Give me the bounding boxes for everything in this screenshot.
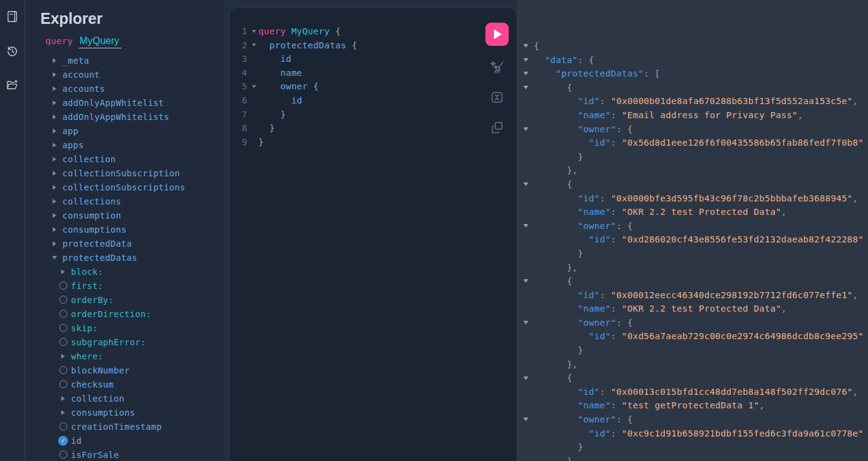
tree-label[interactable]: consumptions [61,225,127,234]
caret-down-icon[interactable] [48,256,61,260]
tree-label[interactable]: accounts [61,84,105,94]
fold-toggle-icon[interactable] [517,219,534,233]
radio-unchecked-icon[interactable] [57,422,69,430]
caret-right-icon[interactable] [48,114,61,119]
tree-label[interactable]: creationTimestamp [69,422,162,432]
tree-row[interactable]: protectedData [40,236,224,250]
tree-label[interactable]: app [61,126,78,136]
tree-label[interactable]: where: [69,351,103,361]
tree-row[interactable]: _meta [40,53,224,67]
tree-row[interactable]: creationTimestamp [40,419,224,433]
editor-line[interactable]: 6 id [234,94,517,108]
fold-toggle-icon[interactable] [517,39,534,53]
tree-row[interactable]: collection [40,391,224,405]
tree-label[interactable]: addOnlyAppWhitelist [61,98,164,108]
tree-label[interactable]: id [69,436,81,446]
radio-unchecked-icon[interactable] [57,338,69,346]
fold-toggle-icon[interactable] [517,413,534,427]
editor-line[interactable]: 7 } [234,108,517,122]
tree-row[interactable]: checksum [40,377,224,391]
tree-label[interactable]: addOnlyAppWhitelists [61,112,170,122]
fold-toggle-icon[interactable] [249,24,258,39]
tree-label[interactable]: subgraphError: [69,337,146,347]
tree-row[interactable]: app [40,124,224,138]
tree-label[interactable]: collectionSubscription [61,168,180,178]
caret-right-icon[interactable] [57,396,69,401]
editor-line[interactable]: 9} [234,135,517,149]
tree-row[interactable]: collections [40,194,224,208]
tree-row[interactable]: isForSale [40,448,224,461]
caret-right-icon[interactable] [48,185,61,190]
fold-toggle-icon[interactable] [517,53,534,67]
tree-row[interactable]: collectionSubscriptions [40,180,224,194]
tree-label[interactable]: block: [69,267,103,277]
tree-row[interactable]: blockNumber [40,363,224,377]
tree-row[interactable]: ✓id [40,433,224,448]
fold-toggle-icon[interactable] [517,81,534,95]
caret-right-icon[interactable] [57,354,69,359]
tree-row[interactable]: collectionSubscription [40,166,224,180]
tree-label[interactable]: protectedData [61,239,132,249]
tree-label[interactable]: collectionSubscriptions [61,182,185,192]
caret-right-icon[interactable] [48,227,61,232]
caret-right-icon[interactable] [57,410,69,415]
tree-row[interactable]: orderDirection: [40,307,224,321]
editor-line[interactable]: 5 owner { [234,80,517,94]
tree-label[interactable]: orderDirection: [69,309,151,319]
prettify-button[interactable] [488,59,506,76]
tree-row[interactable]: addOnlyAppWhitelists [40,110,224,124]
fold-toggle-icon[interactable] [249,39,258,53]
tree-row[interactable]: consumptions [40,405,224,419]
tree-row[interactable]: first: [40,279,224,293]
explorer-plugin-button[interactable] [4,77,20,93]
radio-unchecked-icon[interactable] [57,366,69,374]
tree-label[interactable]: collections [61,197,121,206]
tree-row[interactable]: consumptions [40,222,224,236]
docs-tab-button[interactable] [4,9,20,24]
checkbox-checked-icon[interactable]: ✓ [58,436,68,446]
query-editor[interactable]: 1query MyQuery {2 protectedDatas {3 id4 … [229,7,517,461]
editor-line[interactable]: 4 name [234,66,517,80]
radio-unchecked-icon[interactable] [57,380,69,388]
fold-toggle-icon[interactable] [517,178,534,192]
copy-query-button[interactable] [488,119,506,136]
fold-toggle-icon[interactable] [249,80,258,94]
tree-row[interactable]: collection [40,152,224,166]
tree-row[interactable]: subgraphError: [40,335,224,349]
caret-right-icon[interactable] [48,157,61,162]
caret-right-icon[interactable] [48,143,61,148]
tree-label[interactable]: _meta [61,56,89,66]
radio-unchecked-icon[interactable] [57,296,69,304]
tree-row[interactable]: skip: [40,321,224,335]
tree-label[interactable]: consumption [61,211,121,220]
tree-label[interactable]: first: [69,281,103,291]
tree-label[interactable]: account [61,70,100,80]
caret-right-icon[interactable] [48,213,61,218]
editor-line[interactable]: 8 } [234,121,517,135]
tree-label[interactable]: apps [61,140,84,150]
tree-row[interactable]: account [40,67,224,81]
fold-toggle-icon[interactable] [517,371,534,385]
caret-right-icon[interactable] [48,100,61,105]
caret-right-icon[interactable] [57,269,69,274]
radio-unchecked-icon[interactable] [57,282,69,290]
fold-toggle-icon[interactable] [517,67,534,81]
caret-right-icon[interactable] [48,72,61,77]
fold-toggle-icon[interactable] [517,274,534,288]
operation-name-input[interactable]: MyQuery [79,36,121,48]
caret-right-icon[interactable] [48,241,61,246]
tree-label[interactable]: blockNumber [69,365,130,375]
history-button[interactable] [4,43,20,59]
tree-row[interactable]: block: [40,264,224,279]
tree-label[interactable]: collection [61,154,116,164]
caret-right-icon[interactable] [48,86,61,91]
query-editor-code[interactable]: 1query MyQuery {2 protectedDatas {3 id4 … [230,8,517,149]
tree-row[interactable]: orderBy: [40,293,224,307]
radio-unchecked-icon[interactable] [57,451,69,459]
tree-label[interactable]: protectedDatas [61,253,137,263]
editor-line[interactable]: 3 id [234,52,517,66]
fold-toggle-icon[interactable] [517,316,534,330]
tree-label[interactable]: isForSale [69,450,119,460]
tree-label[interactable]: orderBy: [69,295,114,305]
fold-toggle-icon[interactable] [517,122,534,137]
